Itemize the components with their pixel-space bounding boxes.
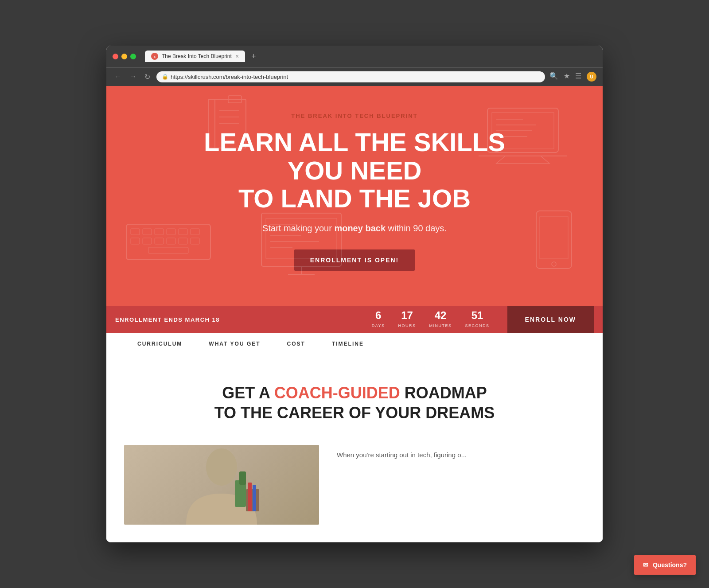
nav-timeline[interactable]: TIMELINE [319, 333, 377, 356]
seconds-unit: 51 SECONDS [465, 310, 490, 329]
svg-rect-42 [239, 471, 246, 485]
section-title: GET A COACH-GUIDED ROADMAP TO THE CAREER… [124, 383, 585, 423]
heading-accent: COACH-GUIDED [274, 384, 400, 402]
body-text: When you're starting out in tech, figuri… [337, 449, 585, 461]
svg-rect-44 [248, 483, 252, 511]
traffic-light-minimize[interactable] [121, 54, 127, 59]
days-label: DAYS [372, 323, 385, 328]
minutes-unit: 42 MINUTES [429, 310, 452, 329]
svg-rect-27 [536, 211, 572, 269]
ssl-lock-icon: 🔒 [162, 74, 168, 80]
new-tab-btn[interactable]: + [248, 50, 260, 63]
tab-bar: s The Break Into Tech Blueprint × + [145, 50, 260, 63]
tab-close-btn[interactable]: × [235, 53, 239, 60]
svg-rect-26 [148, 247, 188, 253]
menu-icon[interactable]: ☰ [575, 72, 581, 82]
svg-rect-21 [143, 238, 152, 244]
svg-rect-19 [191, 229, 199, 235]
content-image [124, 445, 319, 525]
tab-favicon: s [151, 53, 158, 60]
questions-button[interactable]: ✉ Questions? [634, 555, 696, 575]
content-row: When you're starting out in tech, figuri… [124, 445, 585, 525]
countdown-bar: ENROLLMENT ENDS MARCH 18 6 DAYS 17 HOURS… [106, 306, 603, 333]
svg-rect-23 [167, 238, 175, 244]
countdown-timer: 6 DAYS 17 HOURS 42 MINUTES 51 SECONDS [372, 310, 490, 329]
hero-deco-tablet [532, 209, 576, 271]
person-image [124, 445, 319, 525]
svg-rect-14 [131, 229, 140, 235]
favicon-letter: s [154, 55, 156, 58]
svg-rect-15 [143, 229, 152, 235]
questions-label: Questions? [653, 561, 687, 569]
search-icon[interactable]: 🔍 [549, 72, 558, 82]
enroll-now-button[interactable]: ENROLL NOW [507, 306, 594, 333]
hours-label: HOURS [398, 323, 416, 328]
svg-rect-28 [540, 217, 568, 259]
minutes-label: MINUTES [429, 323, 452, 328]
svg-rect-24 [179, 238, 187, 244]
svg-rect-20 [131, 238, 140, 244]
bookmark-icon[interactable]: ★ [564, 72, 570, 82]
svg-rect-22 [155, 238, 164, 244]
svg-rect-45 [253, 485, 256, 511]
forward-button[interactable]: → [128, 72, 138, 82]
url-text: https://skillcrush.com/break-into-tech-b… [171, 74, 288, 80]
svg-rect-13 [126, 224, 210, 260]
hero-deco-laptop [479, 104, 567, 170]
hours-unit: 17 HOURS [398, 310, 416, 329]
person-silhouette-svg [177, 445, 266, 525]
seconds-label: SECONDS [465, 323, 490, 328]
days-unit: 6 DAYS [372, 310, 385, 329]
back-button[interactable]: ← [113, 72, 123, 82]
heading-line2: TO THE CAREER OF YOUR DREAMS [214, 404, 495, 422]
nav-what-you-get[interactable]: WHAT YOU GET [195, 333, 273, 356]
browser-window: s The Break Into Tech Blueprint × + ← → … [106, 46, 603, 542]
svg-rect-25 [191, 238, 199, 244]
content-text: When you're starting out in tech, figuri… [337, 445, 585, 461]
tab-title: The Break Into Tech Blueprint [162, 53, 232, 59]
hero-section: THE BREAK INTO TECH BLUEPRINT LEARN ALL … [106, 86, 603, 306]
nav-cost[interactable]: COST [274, 333, 319, 356]
traffic-lights [113, 54, 136, 59]
svg-point-29 [552, 262, 556, 266]
minutes-value: 42 [429, 310, 452, 321]
main-section: GET A COACH-GUIDED ROADMAP TO THE CAREER… [106, 356, 603, 542]
svg-rect-6 [487, 108, 558, 152]
heading-post: ROADMAP [400, 384, 487, 402]
reload-button[interactable]: ↻ [143, 72, 152, 82]
hero-deco-notebook [204, 95, 257, 157]
traffic-light-maximize[interactable] [130, 54, 136, 59]
svg-rect-18 [179, 229, 187, 235]
svg-rect-17 [167, 229, 175, 235]
traffic-light-close[interactable] [113, 54, 118, 59]
hours-value: 17 [398, 310, 416, 321]
heading-pre: GET A [222, 384, 274, 402]
hero-desc-post: within 90 days. [386, 223, 447, 233]
hero-deco-screen [257, 209, 346, 280]
page-navigation: CURRICULUM WHAT YOU GET COST TIMELINE [106, 333, 603, 356]
questions-icon: ✉ [643, 561, 648, 569]
user-avatar[interactable]: U [587, 72, 596, 82]
days-value: 6 [372, 310, 385, 321]
browser-titlebar: s The Break Into Tech Blueprint × + [106, 46, 603, 67]
browser-toolbar: ← → ↻ 🔒 https://skillcrush.com/break-int… [106, 67, 603, 86]
enrollment-ends-label: ENROLLMENT ENDS MARCH 18 [115, 316, 372, 323]
seconds-value: 51 [465, 310, 490, 321]
svg-point-40 [206, 448, 237, 486]
page-content: THE BREAK INTO TECH BLUEPRINT LEARN ALL … [106, 86, 603, 542]
section-heading: GET A COACH-GUIDED ROADMAP TO THE CAREER… [124, 383, 585, 423]
nav-curriculum[interactable]: CURRICULUM [124, 333, 195, 356]
active-tab[interactable]: s The Break Into Tech Blueprint × [145, 51, 245, 62]
address-bar[interactable]: 🔒 https://skillcrush.com/break-into-tech… [156, 71, 545, 82]
toolbar-actions: 🔍 ★ ☰ U [549, 72, 596, 82]
hero-deco-keyboard [124, 222, 213, 262]
svg-rect-16 [155, 229, 164, 235]
